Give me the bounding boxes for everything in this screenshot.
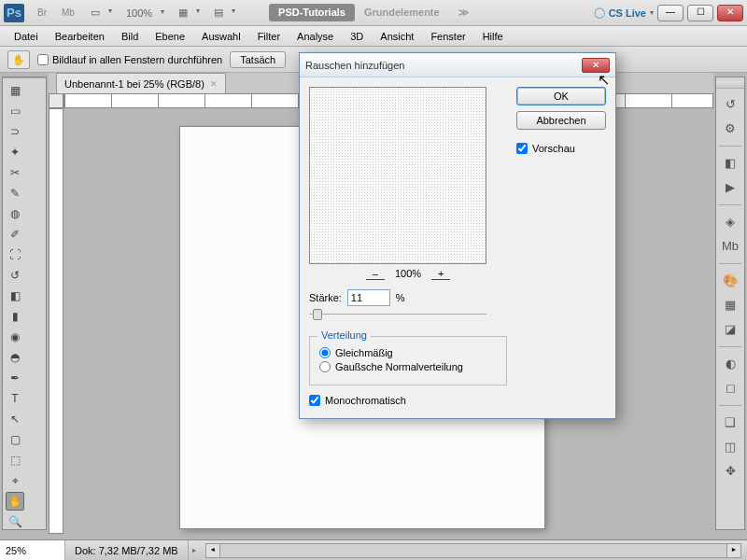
- properties-panel-icon[interactable]: ◧: [720, 153, 740, 174]
- channels-panel-icon[interactable]: ◫: [720, 437, 740, 457]
- gradient-tool-icon[interactable]: ▮: [6, 307, 24, 326]
- pen-tool-icon[interactable]: ✒: [6, 369, 24, 387]
- dodge-tool-icon[interactable]: ◓: [6, 348, 24, 367]
- menu-datei[interactable]: Datei: [6, 28, 47, 45]
- document-tab-close-icon[interactable]: ✕: [210, 79, 218, 89]
- workspace-tab-psdtutorials[interactable]: PSD-Tutorials: [269, 4, 355, 21]
- zoom-in-button[interactable]: +: [431, 268, 450, 280]
- masks-panel-icon[interactable]: ◻: [720, 378, 740, 399]
- amount-slider[interactable]: [309, 314, 486, 327]
- blur-tool-icon[interactable]: ◉: [6, 328, 24, 346]
- crop-tool-icon[interactable]: ✂: [6, 163, 24, 182]
- actions-panel-icon[interactable]: ⚙: [720, 119, 740, 139]
- menu-filter[interactable]: Filter: [249, 28, 289, 45]
- minibridge-button[interactable]: Mb: [56, 6, 80, 20]
- menu-auswahl[interactable]: Auswahl: [193, 28, 249, 45]
- screen-mode-dropdown[interactable]: ▭: [85, 5, 115, 21]
- current-tool-indicator[interactable]: ✋: [7, 50, 30, 69]
- zoom-dropdown[interactable]: 100%: [120, 6, 167, 21]
- dialog-close-button[interactable]: ✕: [582, 58, 610, 73]
- heal-tool-icon[interactable]: ◍: [6, 204, 24, 223]
- scroll-all-input[interactable]: [37, 54, 49, 65]
- document-tab[interactable]: Unbenannt-1 bei 25% (RGB/8) ✕: [56, 73, 226, 93]
- brush-tool-icon[interactable]: ✐: [6, 225, 24, 244]
- actual-pixels-button[interactable]: Tatsäch: [230, 51, 286, 68]
- camera-tool-icon[interactable]: ⌖: [6, 471, 24, 490]
- menu-analyse[interactable]: Analyse: [289, 28, 342, 45]
- status-bar: 25% Dok: 7,32 MB/7,32 MB ▸: [0, 539, 747, 560]
- zoom-tool-icon[interactable]: 🔍: [6, 512, 24, 531]
- menu-3d[interactable]: 3D: [342, 28, 372, 45]
- menu-bearbeiten[interactable]: Bearbeiten: [47, 28, 113, 45]
- preview-checkbox[interactable]: Vorschau: [516, 143, 606, 154]
- swatches-panel-icon[interactable]: ▦: [720, 295, 740, 315]
- move-tool-icon[interactable]: ▦: [6, 81, 24, 100]
- color-panel-icon[interactable]: 🎨: [720, 271, 740, 291]
- distribution-gaussian-radio[interactable]: Gaußsche Normalverteilung: [319, 361, 497, 372]
- amount-input[interactable]: [347, 289, 390, 306]
- hand-tool-icon[interactable]: ✋: [6, 492, 24, 511]
- monochromatic-input[interactable]: [309, 395, 320, 406]
- dialog-titlebar[interactable]: Rauschen hinzufügen ✕: [300, 53, 615, 77]
- eyedropper-tool-icon[interactable]: ✎: [6, 184, 24, 203]
- cslive-icon[interactable]: ◯: [594, 7, 605, 19]
- type-tool-icon[interactable]: T: [6, 389, 24, 408]
- panel-separator: [719, 146, 741, 147]
- amount-slider-thumb[interactable]: [313, 309, 322, 320]
- right-panel-dock: ↺ ⚙ ◧ ▶ ◈ Mb 🎨 ▦ ◪ ◐ ◻ ❏ ◫ ✥: [715, 77, 745, 530]
- lasso-tool-icon[interactable]: ⊃: [6, 122, 24, 141]
- close-button[interactable]: ✕: [717, 5, 743, 21]
- menu-hilfe[interactable]: Hilfe: [474, 28, 512, 45]
- scroll-all-checkbox[interactable]: Bildlauf in allen Fenstern durchführen: [37, 54, 222, 65]
- minibridge-panel-icon[interactable]: Mb: [720, 236, 740, 257]
- menu-ansicht[interactable]: Ansicht: [372, 28, 422, 45]
- preview-checkbox-input[interactable]: [516, 143, 528, 154]
- marquee-tool-icon[interactable]: ▭: [6, 102, 24, 120]
- cancel-button[interactable]: Abbrechen: [516, 111, 606, 130]
- menu-bild[interactable]: Bild: [113, 28, 147, 45]
- panel-separator: [719, 405, 741, 406]
- status-doc-info[interactable]: Dok: 7,32 MB/7,32 MB: [65, 540, 189, 560]
- workspace-tab-grundelemente[interactable]: Grundelemente: [355, 4, 449, 21]
- shape-tool-icon[interactable]: ▢: [6, 430, 24, 449]
- gaussian-radio-input[interactable]: [319, 361, 331, 372]
- monochromatic-checkbox[interactable]: Monochromatisch: [309, 395, 507, 406]
- status-info-menu-icon[interactable]: ▸: [189, 546, 200, 554]
- menu-fenster[interactable]: Fenster: [422, 28, 473, 45]
- panel-grip[interactable]: [716, 81, 744, 89]
- zoom-out-button[interactable]: –: [366, 268, 385, 280]
- panel-separator: [719, 204, 741, 205]
- wand-tool-icon[interactable]: ✦: [6, 143, 24, 161]
- uniform-radio-input[interactable]: [319, 347, 331, 358]
- minimize-button[interactable]: —: [657, 5, 684, 21]
- layers-panel-icon[interactable]: ❏: [720, 413, 740, 433]
- distribution-uniform-radio[interactable]: Gleichmäßig: [319, 347, 497, 358]
- status-zoom-field[interactable]: 25%: [0, 540, 65, 560]
- workspace-more[interactable]: ≫: [449, 4, 479, 21]
- extras-dropdown[interactable]: ▤: [208, 5, 238, 21]
- ok-button[interactable]: OK: [516, 87, 606, 105]
- noise-preview[interactable]: [309, 87, 486, 264]
- panel-separator: [719, 346, 741, 347]
- horizontal-scrollbar[interactable]: [205, 543, 741, 558]
- bridge-button[interactable]: Br: [32, 6, 52, 20]
- cslive-label[interactable]: CS Live: [609, 7, 646, 19]
- brushes-panel-icon[interactable]: ▶: [720, 177, 740, 198]
- eraser-tool-icon[interactable]: ◧: [6, 287, 24, 305]
- paths-panel-icon[interactable]: ✥: [720, 461, 740, 482]
- amount-unit: %: [396, 292, 405, 303]
- history-panel-icon[interactable]: ↺: [720, 94, 740, 115]
- adjustments-panel-icon[interactable]: ◐: [720, 354, 740, 374]
- navigator-panel-icon[interactable]: ◈: [720, 212, 740, 232]
- preview-zoom-label: 100%: [395, 268, 421, 279]
- 3d-tool-icon[interactable]: ⬚: [6, 451, 24, 469]
- path-tool-icon[interactable]: ↖: [6, 410, 24, 428]
- arrange-dropdown[interactable]: ▦: [173, 5, 203, 21]
- styles-panel-icon[interactable]: ◪: [720, 319, 740, 340]
- monochromatic-label: Monochromatisch: [325, 395, 406, 406]
- history-brush-icon[interactable]: ↺: [6, 266, 24, 285]
- stamp-tool-icon[interactable]: ⛶: [6, 245, 24, 264]
- maximize-button[interactable]: ☐: [687, 5, 713, 21]
- menu-ebene[interactable]: Ebene: [147, 28, 193, 45]
- vertical-ruler: [49, 108, 63, 534]
